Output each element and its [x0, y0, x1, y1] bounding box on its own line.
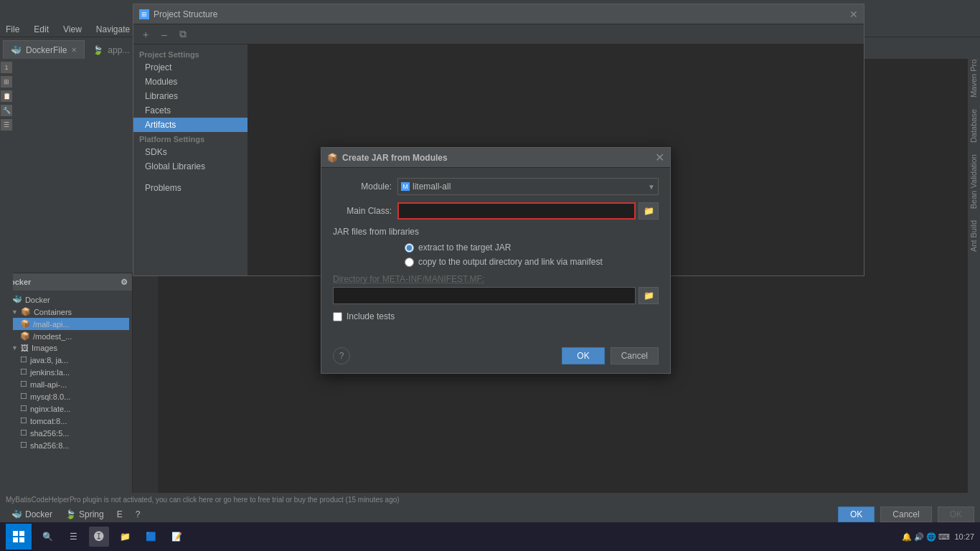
bottom-tab-help[interactable]: ?: [130, 508, 146, 521]
ps-nav-artifacts[interactable]: Artifacts: [133, 118, 248, 132]
taskbar-tray-icons: 🔔 🔊 🌐 ⌨: [902, 532, 950, 542]
tree-sha256-5[interactable]: ☐sha256:5...: [3, 427, 129, 439]
ps-nav-modules[interactable]: Modules: [133, 75, 248, 89]
main-class-input[interactable]: [397, 202, 636, 220]
main-class-browse-button[interactable]: 📁: [639, 202, 659, 220]
module-label: Module:: [333, 182, 397, 192]
radio-extract[interactable]: [405, 243, 414, 253]
taskbar-intellij[interactable]: 🅘: [89, 527, 109, 547]
tree-docker-root[interactable]: ▼🐳Docker: [3, 293, 129, 306]
tab-label: DockerFile: [26, 45, 67, 55]
bottom-tabs: 🐳 Docker 🍃 Spring E ?: [6, 508, 146, 521]
radio-extract-label: extract to the target JAR: [418, 242, 511, 253]
ps-nav-problems[interactable]: Problems: [133, 181, 248, 195]
ps-ok-button[interactable]: OK: [838, 507, 875, 522]
jar-help-button[interactable]: ?: [333, 347, 350, 364]
docker-tree: ▼🐳Docker ▼📦Containers 📦/mall-api... 📦/mo…: [0, 291, 132, 454]
windows-start-button[interactable]: [6, 524, 32, 550]
taskbar-taskview[interactable]: ☰: [63, 527, 83, 547]
taskbar-explorer[interactable]: 📁: [115, 527, 135, 547]
ps-add-button[interactable]: +: [138, 27, 154, 42]
ps-copy-button[interactable]: ⧉: [175, 27, 191, 42]
tree-java8[interactable]: ☐java:8, ja...: [3, 354, 129, 366]
sidebar-icon-2[interactable]: ⊞: [1, 76, 12, 88]
ps-cancel-button[interactable]: Cancel: [880, 507, 931, 522]
ps-nav-global-libs[interactable]: Global Libraries: [133, 159, 248, 174]
tab-dockerfile[interactable]: 🐳 DockerFile ✕: [3, 40, 85, 59]
right-panel-database[interactable]: Database: [968, 103, 980, 149]
docker-settings-icon[interactable]: ⚙: [121, 278, 128, 287]
radio-copy[interactable]: [405, 258, 414, 267]
ps-apply-button[interactable]: OK: [938, 507, 974, 522]
jar-files-label: JAR files from libraries: [333, 227, 659, 237]
bottom-tab-spring[interactable]: 🍃 Spring: [60, 508, 110, 521]
ps-nav-sdks[interactable]: SDKs: [133, 145, 248, 159]
tree-containers[interactable]: ▼📦Containers: [3, 306, 129, 318]
jar-footer-buttons: OK Cancel: [562, 347, 659, 364]
module-control: M litemall-all ▼: [397, 178, 659, 195]
right-panel-bean[interactable]: Bean Validation: [968, 149, 980, 215]
tree-tomcat[interactable]: ☐tomcat:8...: [3, 415, 129, 427]
sidebar-icon-3[interactable]: 📋: [1, 90, 12, 102]
docker-tab-icon: 🐳: [11, 509, 22, 519]
ps-remove-button[interactable]: –: [156, 27, 172, 42]
e-tab-label: E: [117, 509, 123, 519]
menu-edit[interactable]: Edit: [31, 23, 52, 36]
jar-footer: ? OK Cancel: [321, 342, 670, 373]
manifest-dir-section: Directory for META-INF/MANIFEST.MF: 📁: [333, 274, 659, 304]
jar-body: Module: M litemall-all ▼ Main Class: 📁: [321, 168, 670, 342]
radio-group: extract to the target JAR copy to the ou…: [405, 242, 659, 267]
ps-title-left: ⊞ Project Structure: [139, 9, 217, 19]
spring-tab-label: Spring: [79, 509, 104, 519]
taskbar-right: 🔔 🔊 🌐 ⌨ 10:27: [902, 532, 974, 542]
jar-close-button[interactable]: ✕: [655, 152, 664, 164]
taskbar-app2[interactable]: 🟦: [141, 527, 161, 547]
tree-mall-api-img[interactable]: ☐mall-api-...: [3, 378, 129, 390]
sidebar-icon-4[interactable]: 🔧: [1, 105, 12, 116]
manifest-browse-button[interactable]: 📁: [639, 287, 659, 304]
jar-ok-button[interactable]: OK: [562, 347, 604, 364]
ps-nav-facets[interactable]: Facets: [133, 103, 248, 118]
svg-rect-3: [19, 537, 24, 542]
tree-mysql[interactable]: ☐mysql:8.0...: [3, 390, 129, 402]
menu-navigate[interactable]: Navigate: [93, 23, 133, 36]
create-jar-dialog: 📦 Create JAR from Modules ✕ Module: M li…: [321, 147, 671, 374]
radio-extract-row: extract to the target JAR: [405, 242, 659, 253]
manifest-dir-input[interactable]: [333, 287, 636, 304]
tree-nginx[interactable]: ☐nginx:late...: [3, 402, 129, 415]
module-select[interactable]: M litemall-all ▼: [397, 178, 659, 195]
taskbar: 🔍 ☰ 🅘 📁 🟦 📝 🔔 🔊 🌐 ⌨ 10:27: [0, 522, 980, 551]
right-panel-ant[interactable]: Ant Build: [968, 215, 980, 258]
ps-nav-libraries[interactable]: Libraries: [133, 89, 248, 103]
menu-file[interactable]: File: [3, 23, 22, 36]
include-tests-checkbox[interactable]: [333, 312, 342, 321]
ps-icon: ⊞: [139, 9, 149, 19]
tree-images[interactable]: ▼🖼Images: [3, 342, 129, 354]
tree-modest[interactable]: 📦/modest_...: [3, 330, 129, 342]
jar-files-section: JAR files from libraries extract to the …: [333, 227, 659, 267]
taskbar-clock: 10:27: [954, 532, 974, 541]
ps-close-button[interactable]: ✕: [849, 9, 858, 20]
jar-cancel-button[interactable]: Cancel: [611, 347, 659, 364]
ps-nav-project[interactable]: Project: [133, 60, 248, 75]
status-text: MyBatisCodeHelperPro plugin is not activ…: [6, 496, 400, 504]
taskbar-app3[interactable]: 📝: [166, 527, 187, 547]
sidebar-icon-5[interactable]: ☰: [1, 119, 12, 131]
svg-rect-0: [13, 531, 18, 536]
radio-copy-row: copy to the output directory and link vi…: [405, 257, 659, 267]
tree-sha256-8[interactable]: ☐sha256:8...: [3, 439, 129, 451]
menu-view[interactable]: View: [60, 23, 85, 36]
tree-mall-api[interactable]: 📦/mall-api...: [3, 318, 129, 330]
bottom-tab-docker[interactable]: 🐳 Docker: [6, 508, 58, 521]
module-value: litemall-all: [413, 182, 451, 192]
tree-jenkins[interactable]: ☐jenkins:la...: [3, 366, 129, 378]
taskbar-search[interactable]: 🔍: [37, 527, 57, 547]
main-class-control: 📁: [397, 202, 659, 220]
module-row: Module: M litemall-all ▼: [333, 178, 659, 195]
sidebar-icon-1[interactable]: 1: [1, 62, 12, 73]
left-sidebar: 1 ⊞ 📋 🔧 ☰: [0, 59, 13, 529]
tab-close-dockerfile[interactable]: ✕: [71, 46, 77, 54]
include-tests-label: Include tests: [347, 311, 395, 321]
bottom-tab-e[interactable]: E: [111, 508, 128, 521]
tab-app[interactable]: 🍃 app...: [85, 40, 137, 59]
